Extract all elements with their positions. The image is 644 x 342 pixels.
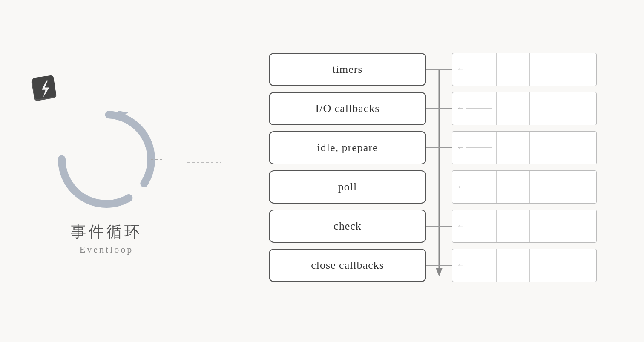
queue-cell-2-1 [497, 132, 530, 164]
queue-cell-3-2 [530, 171, 563, 203]
phases-column: timers I/O callbacks idle, prepare poll … [269, 53, 426, 282]
svg-marker-10 [436, 268, 443, 276]
queue-check: ← [452, 210, 597, 243]
queue-cell-3-1 [497, 171, 530, 203]
phase-timers: timers [269, 53, 426, 86]
queue-arrow-0: ← [452, 53, 497, 86]
queue-cell-4-3 [564, 210, 596, 242]
queue-cell-2-3 [564, 132, 596, 164]
queue-arrow-2: ← [452, 132, 497, 164]
queue-cell-5-2 [530, 249, 563, 282]
queue-cell-4-1 [497, 210, 530, 242]
phase-close-callbacks: close callbacks [269, 249, 426, 282]
phase-io-callbacks: I/O callbacks [269, 92, 426, 125]
queue-timers: ← [452, 53, 597, 86]
eventloop-label: 事件循环 Eventloop [71, 221, 142, 255]
queue-cell-5-3 [564, 249, 596, 282]
queue-cell-4-2 [530, 210, 563, 242]
queue-cell-0-3 [564, 53, 596, 86]
queue-arrow-4: ← [452, 210, 497, 242]
page-container: 事件循环 Eventloop timers I/O callbacks [0, 0, 644, 342]
label-chinese: 事件循环 [71, 221, 142, 242]
phase-idle-prepare: idle, prepare [269, 131, 426, 164]
eventloop-circle [51, 104, 162, 215]
queue-cell-3-3 [564, 171, 596, 203]
queue-io: ← [452, 92, 597, 125]
bolt-icon [30, 74, 60, 104]
dotted-connector [187, 162, 221, 181]
queue-poll: ← [452, 170, 597, 204]
vertical-flow [426, 53, 452, 290]
queue-close-callbacks: ← [452, 249, 597, 282]
queue-cell-1-2 [530, 92, 563, 125]
queue-arrow-1: ← [452, 92, 497, 125]
phase-poll: poll [269, 170, 426, 204]
label-english: Eventloop [71, 244, 142, 255]
diagram-layout: timers I/O callbacks idle, prepare poll … [269, 53, 597, 290]
queue-cell-2-2 [530, 132, 563, 164]
queues-column: ← ← [452, 53, 597, 282]
queue-cell-0-1 [497, 53, 530, 86]
queue-arrow-5: ← [452, 249, 497, 282]
queue-cell-0-2 [530, 53, 563, 86]
queue-arrow-3: ← [452, 171, 497, 203]
left-section: 事件循环 Eventloop [26, 87, 187, 255]
right-section: timers I/O callbacks idle, prepare poll … [221, 53, 618, 290]
phase-check: check [269, 210, 426, 243]
queue-idle: ← [452, 131, 597, 164]
queue-cell-1-3 [564, 92, 596, 125]
queue-cell-5-1 [497, 249, 530, 282]
queue-cell-1-1 [497, 92, 530, 125]
